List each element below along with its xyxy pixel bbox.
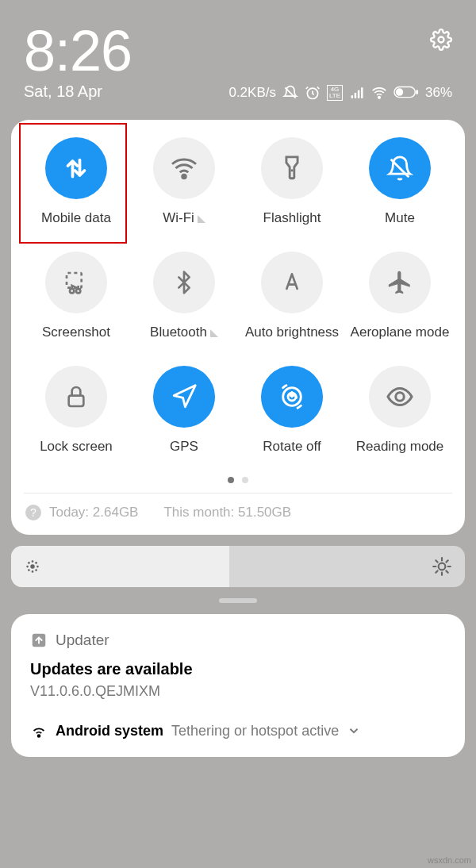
svg-rect-11 xyxy=(69,396,84,406)
toggle-gps[interactable]: GPS xyxy=(130,366,238,455)
toggle-label: Mobile data xyxy=(41,210,111,226)
volte-icon: 4G LTE xyxy=(327,85,343,101)
brightness-slider[interactable] xyxy=(11,546,465,587)
reading-mode-icon xyxy=(369,366,431,428)
toggle-label: Bluetooth xyxy=(150,325,218,340)
toggle-wifi[interactable]: Wi-Fi xyxy=(130,137,238,226)
toggle-flashlight[interactable]: Flashlight xyxy=(238,137,346,226)
gps-icon xyxy=(153,366,215,428)
watermark: wsxdn.com xyxy=(428,855,471,865)
rotate-off-icon xyxy=(261,366,323,428)
toggle-label: Reading mode xyxy=(356,439,444,455)
status-header: 8:26 Sat, 18 Apr 0.2KB/s 4G LTE 36% xyxy=(0,0,476,109)
brightness-high-icon xyxy=(432,556,452,577)
brightness-fill xyxy=(11,546,229,587)
notif2-app-name: Android system xyxy=(56,723,163,739)
svg-point-17 xyxy=(439,563,446,570)
toggle-bluetooth[interactable]: Bluetooth xyxy=(130,252,238,340)
lock-screen-icon xyxy=(45,366,107,428)
expand-triangle-icon xyxy=(198,215,205,223)
flashlight-icon xyxy=(261,137,323,199)
toggle-auto-brightness[interactable]: Auto brightness xyxy=(238,252,346,340)
alarm-icon xyxy=(305,85,321,101)
divider xyxy=(24,493,452,494)
svg-rect-4 xyxy=(396,88,403,95)
quick-settings-panel: Mobile dataWi-FiFlashlightMuteScreenshot… xyxy=(11,120,465,535)
svg-point-6 xyxy=(182,175,186,179)
toggle-label: Flashlight xyxy=(263,210,321,226)
notif-app-name: Updater xyxy=(56,632,109,649)
page-dot xyxy=(242,477,248,483)
panel-drag-handle[interactable] xyxy=(219,598,257,603)
toggle-mobile-data[interactable]: Mobile data xyxy=(22,137,130,226)
svg-point-19 xyxy=(38,735,40,737)
toggle-label: GPS xyxy=(170,439,198,455)
expand-triangle-icon xyxy=(210,329,218,337)
toggle-label: Screenshot xyxy=(42,325,110,340)
screenshot-icon xyxy=(45,252,107,313)
svg-point-2 xyxy=(378,97,381,99)
help-icon: ? xyxy=(25,505,41,520)
usage-month: This month: 51.50GB xyxy=(163,505,291,520)
toggle-label: Aeroplane mode xyxy=(351,325,450,340)
svg-rect-5 xyxy=(416,90,418,94)
usage-today: Today: 2.64GB xyxy=(49,505,138,520)
net-speed: 0.2KB/s xyxy=(228,85,276,101)
auto-brightness-icon xyxy=(261,252,323,313)
data-usage-row[interactable]: ? Today: 2.64GB This month: 51.50GB xyxy=(22,505,454,520)
wifi-icon xyxy=(153,137,215,199)
mute-icon xyxy=(369,137,431,199)
toggle-lock-screen[interactable]: Lock screen xyxy=(22,366,130,455)
hotspot-icon xyxy=(30,722,48,739)
toggle-aeroplane-mode[interactable]: Aeroplane mode xyxy=(346,252,454,340)
svg-point-0 xyxy=(439,37,444,43)
signal-icon xyxy=(349,85,365,101)
notif-subtitle: V11.0.6.0.QEJMIXM xyxy=(30,683,446,700)
toggle-label: Auto brightness xyxy=(245,325,339,340)
settings-gear-icon[interactable] xyxy=(430,29,452,51)
brightness-low-icon xyxy=(24,558,41,575)
clock-time: 8:26 xyxy=(24,22,132,79)
toggle-reading-mode[interactable]: Reading mode xyxy=(346,366,454,455)
svg-point-16 xyxy=(31,565,34,568)
toggle-label: Mute xyxy=(385,210,415,226)
aeroplane-mode-icon xyxy=(369,252,431,313)
bluetooth-icon xyxy=(153,252,215,313)
page-indicator[interactable] xyxy=(22,477,454,483)
notification-card[interactable]: Updater Updates are available V11.0.6.0.… xyxy=(11,614,465,757)
battery-icon xyxy=(393,85,419,101)
battery-percent: 36% xyxy=(425,85,452,101)
toggle-label: Rotate off xyxy=(263,439,321,455)
toggle-mute[interactable]: Mute xyxy=(346,137,454,226)
toggle-label: Wi-Fi xyxy=(163,210,205,226)
svg-point-9 xyxy=(70,289,74,293)
updater-app-icon xyxy=(30,632,48,649)
wifi-status-icon xyxy=(371,85,387,101)
chevron-down-icon[interactable] xyxy=(347,724,361,738)
notif2-text: Tethering or hotspot active xyxy=(171,723,339,739)
mobile-data-icon xyxy=(45,137,107,199)
svg-point-15 xyxy=(396,393,405,401)
dnd-icon xyxy=(282,85,298,101)
toggle-rotate-off[interactable]: Rotate off xyxy=(238,366,346,455)
toggle-label: Lock screen xyxy=(40,439,113,455)
toggle-screenshot[interactable]: Screenshot xyxy=(22,252,130,340)
page-dot xyxy=(228,477,234,483)
notif-title: Updates are available xyxy=(30,660,446,678)
